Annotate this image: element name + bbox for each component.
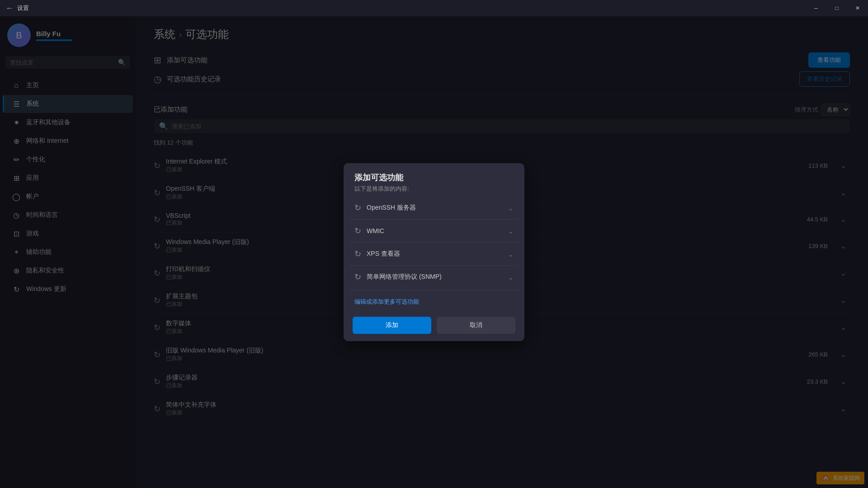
modal-link[interactable]: 编辑或添加更多可选功能 [344, 292, 524, 311]
modal-feature-item[interactable]: ↻ XPS 查看器 ⌄ [349, 243, 519, 266]
chevron-down-icon: ⌄ [508, 250, 514, 258]
modal-subtitle: 以下是将添加的内容: [354, 185, 514, 193]
modal-feature-item[interactable]: ↻ OpenSSH 服务器 ⌄ [349, 197, 519, 220]
modal-header: 添加可选功能 以下是将添加的内容: [344, 163, 524, 197]
chevron-down-icon: ⌄ [508, 273, 514, 282]
titlebar-title: 设置 [17, 4, 29, 12]
modal-divider [349, 290, 519, 291]
minimize-button[interactable]: ─ [806, 0, 826, 16]
modal-feature-name: WMIC [367, 227, 502, 235]
modal-feature-item[interactable]: ↻ WMIC ⌄ [349, 220, 519, 243]
modal-add-button[interactable]: 添加 [353, 317, 431, 334]
modal-overlay[interactable]: 添加可选功能 以下是将添加的内容: ↻ OpenSSH 服务器 ⌄ ↻ WMIC… [0, 16, 868, 488]
chevron-down-icon: ⌄ [508, 227, 514, 235]
window-controls: ─ □ ✕ [806, 0, 868, 16]
maximize-button[interactable]: □ [826, 0, 847, 16]
modal-feature-icon: ↻ [354, 226, 361, 236]
modal-cancel-button[interactable]: 取消 [437, 317, 515, 334]
modal-footer: 添加 取消 [344, 311, 524, 341]
titlebar: ← 设置 ─ □ ✕ [0, 0, 868, 16]
modal-feature-icon: ↻ [354, 249, 361, 259]
modal-title: 添加可选功能 [354, 172, 514, 183]
back-button[interactable]: ← [5, 4, 14, 13]
modal-feature-name: 简单网络管理协议 (SNMP) [367, 273, 502, 281]
modal-feature-item[interactable]: ↻ 简单网络管理协议 (SNMP) ⌄ [349, 266, 519, 288]
modal-body: ↻ OpenSSH 服务器 ⌄ ↻ WMIC ⌄ ↻ XPS 查看器 ⌄ ↻ 简… [344, 197, 524, 288]
modal-feature-icon: ↻ [354, 203, 361, 213]
close-button[interactable]: ✕ [847, 0, 868, 16]
chevron-down-icon: ⌄ [508, 204, 514, 212]
modal-feature-icon: ↻ [354, 272, 361, 282]
modal-feature-name: XPS 查看器 [367, 250, 502, 258]
modal-feature-name: OpenSSH 服务器 [367, 204, 502, 212]
add-feature-modal: 添加可选功能 以下是将添加的内容: ↻ OpenSSH 服务器 ⌄ ↻ WMIC… [344, 163, 524, 341]
